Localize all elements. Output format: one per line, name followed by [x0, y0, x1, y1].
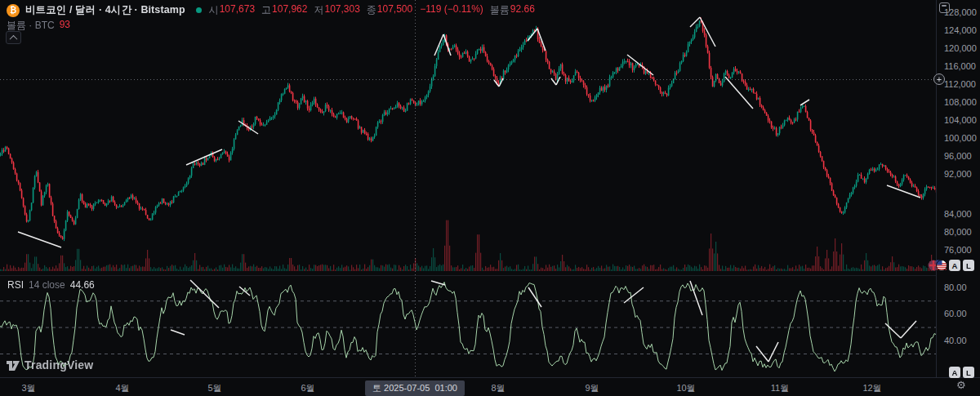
tradingview-watermark[interactable]: TradingView [5, 357, 93, 373]
price-chart-canvas[interactable] [0, 0, 936, 377]
rsi-legend[interactable]: RSI 14 close 44.66 [7, 279, 95, 291]
symbol-title[interactable]: 비트코인 / 달러 · 4시간 · Bitstamp [25, 3, 185, 17]
month-label: 6월 [301, 382, 314, 394]
open-label: 시 [209, 3, 219, 17]
tradingview-logo-icon [5, 357, 21, 373]
axis-label: 116,000 [944, 61, 976, 71]
watermark-text: TradingView [24, 358, 93, 372]
price-axis[interactable]: 113,505 88,334 03:22:09 54.48 128,000124… [936, 0, 980, 377]
axis-label: 92,000 [944, 169, 972, 179]
auto-scale-button[interactable]: A [949, 260, 960, 271]
volume-label: 볼륨 [490, 3, 510, 17]
rsi-name: RSI [7, 279, 24, 291]
month-label: 11월 [771, 382, 789, 394]
time-axis[interactable]: 토 2025-07-05 01:00 3월4월5월6월8월9월10월11월12월 [0, 377, 980, 396]
low-label: 저 [314, 3, 323, 17]
axis-label: 108,000 [944, 97, 977, 107]
month-label: 10월 [676, 382, 695, 394]
axis-label: 112,000 [944, 79, 976, 89]
axis-label: 120,000 [944, 43, 977, 53]
close-label: 종 [367, 3, 376, 17]
tradingview-chart-window: ₿ 비트코인 / 달러 · 4시간 · Bitstamp 시107,673 고1… [0, 0, 980, 396]
rsi-log-scale-button[interactable]: L [963, 367, 974, 378]
month-label: 9월 [585, 382, 599, 394]
month-label: 12월 [862, 382, 881, 394]
close-value: 107,500 [377, 3, 412, 17]
axis-label: 76,000 [944, 245, 972, 255]
low-value: 107,303 [324, 3, 359, 17]
month-label: 4월 [115, 382, 129, 394]
volume-value: 92.66 [510, 3, 535, 17]
open-value: 107,673 [220, 3, 255, 17]
market-status-icon [196, 7, 202, 13]
bitcoin-icon: ₿ [7, 4, 20, 17]
economic-events-flags-icon[interactable] [928, 260, 947, 271]
pane-separator[interactable] [0, 275, 936, 276]
axis-label: 84,000 [944, 209, 972, 219]
log-scale-button[interactable]: L [963, 260, 974, 271]
month-label: 5월 [207, 382, 221, 394]
axis-label: 96,000 [944, 151, 972, 161]
maximize-icon[interactable] [939, 2, 950, 13]
symbol-legend[interactable]: ₿ 비트코인 / 달러 · 4시간 · Bitstamp 시107,673 고1… [7, 3, 535, 17]
high-value: 107,962 [272, 3, 307, 17]
rsi-params: 14 close [29, 279, 65, 291]
axis-label: 124,000 [944, 25, 977, 35]
month-label: 3월 [21, 382, 35, 394]
ohlc-values: 시107,673 고107,962 저107,303 종107,500 −119… [209, 3, 535, 17]
chevron-up-icon [10, 34, 18, 42]
rsi-auto-scale-button[interactable]: A [949, 367, 960, 378]
gear-icon[interactable]: ⚙ [956, 379, 966, 391]
month-label: 8월 [491, 382, 505, 394]
plus-circle-icon[interactable]: + [933, 73, 945, 85]
axis-label: 60.00 [944, 309, 967, 318]
axis-label: 40.00 [944, 336, 967, 345]
axis-label: 80.00 [944, 283, 967, 292]
high-label: 고 [261, 3, 271, 17]
axis-label: 100,000 [944, 133, 977, 143]
crosshair-date-tooltip: 토 2025-07-05 01:00 [365, 380, 465, 396]
axis-label: 104,000 [944, 115, 977, 125]
change-value: −119 (−0.11%) [420, 3, 483, 17]
volume-study-value: 93 [60, 19, 70, 33]
collapse-pane-button[interactable] [6, 31, 21, 44]
rsi-value: 44.66 [70, 279, 95, 291]
axis-label: 80,000 [944, 227, 972, 237]
